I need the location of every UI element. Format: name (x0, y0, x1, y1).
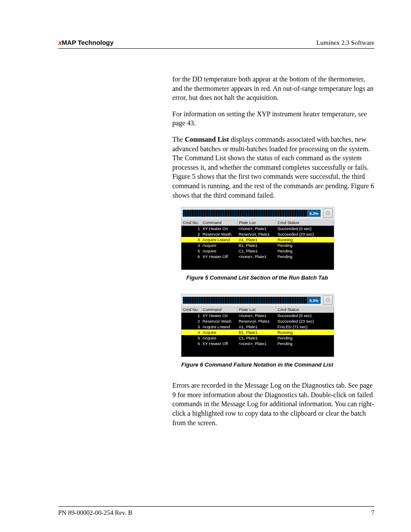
cell-loc: B1, Plate1 (237, 330, 276, 335)
cell-loc: <none>, Plate1 (237, 226, 276, 231)
cell-cmdno: 6 (181, 341, 201, 346)
page-footer: PN 89-00002-00-254 Rev. B 7 (58, 506, 374, 516)
header-left: xMAP Technology (58, 39, 114, 46)
cell-command: Acquire (201, 335, 237, 341)
svg-marker-1 (326, 298, 330, 302)
progress-row: 5.3% (181, 294, 334, 306)
cell-status: Pending (276, 335, 334, 341)
progress-bar: 5.3% (183, 297, 321, 304)
stop-button[interactable] (323, 296, 333, 305)
cell-loc: C1, Plate1 (237, 335, 276, 341)
para-3b: displays commands associated with batche… (172, 136, 374, 199)
page-header: xMAP Technology Luminex 2.3 Software (58, 39, 374, 49)
figure-6-image: 5.3% Cmd No. Command Plate Loc (181, 294, 334, 357)
progress-bar: 5.3% (183, 210, 321, 217)
progress-pct: 5.3% (307, 297, 321, 304)
cell-cmdno: 4 (181, 243, 201, 248)
cell-status: Succeeded (23 sec) (276, 231, 334, 237)
cell-status: Pending (276, 254, 334, 259)
progress-pct: 5.3% (307, 210, 321, 217)
figure-6-caption: Figure 6 Command Failure Notation in the… (181, 361, 333, 368)
cell-cmdno: 3 (181, 237, 201, 243)
stop-button[interactable] (323, 208, 333, 218)
brand-rest: MAP Technology (62, 39, 113, 46)
table-row[interactable]: 2Reservoir WashReservoir, Plate1Succeede… (181, 231, 334, 237)
cell-loc: C1, Plate1 (237, 248, 276, 254)
col-loc: Plate Loc (237, 219, 276, 226)
para-3-bold: Command List (185, 136, 229, 143)
table-header-row: Cmd No. Command Plate Loc Cmd Status (181, 306, 334, 313)
cell-status: Pending (276, 243, 334, 248)
table-row[interactable]: 1XY Heater On<none>, Plate1Succeeded (0 … (181, 226, 334, 231)
cell-command: Acquire (201, 243, 237, 248)
cell-loc: A1, Plate1 (237, 324, 276, 330)
table-row[interactable]: 6XY Heater Off<none>, Plate1Pending (181, 254, 334, 259)
para-3a: The (172, 136, 185, 143)
cell-status: FAILED (71 sec) (276, 324, 334, 330)
cell-loc: Reservoir, Plate1 (237, 318, 276, 324)
cell-status: Running (276, 237, 334, 243)
table-row[interactable]: 6XY Heater Off<none>, Plate1Pending (181, 341, 334, 346)
stop-icon (325, 210, 330, 216)
cell-command: Acquire Lstand (201, 324, 237, 330)
table-row[interactable]: 4AcquireB1, Plate1Running (181, 330, 334, 335)
cell-command: XY Heater Off (201, 254, 237, 259)
footer-left: PN 89-00002-00-254 Rev. B (58, 509, 132, 516)
cell-cmdno: 5 (181, 248, 201, 254)
cell-status: Pending (276, 248, 334, 254)
para-4: Errors are recorded in the Message Log o… (172, 381, 374, 427)
figure-5-image: 5.3% Cmd No. Command Plate Loc (181, 207, 334, 270)
cell-loc: <none>, Plate1 (237, 254, 276, 259)
table-row[interactable]: 3Acquire LstandA1, Plate1Running (181, 237, 334, 243)
command-list-table[interactable]: Cmd No. Command Plate Loc Cmd Status 1XY… (181, 219, 334, 270)
command-list-table[interactable]: Cmd No. Command Plate Loc Cmd Status 1XY… (181, 306, 334, 357)
cell-loc: <none>, Plate1 (237, 341, 276, 346)
cell-loc: B1, Plate1 (237, 243, 276, 248)
cell-status: Succeeded (0 sec) (276, 226, 334, 231)
table-row[interactable]: 4AcquireB1, Plate1Pending (181, 243, 334, 248)
cell-cmdno: 3 (181, 324, 201, 330)
cell-status: Succeeded (23 sec) (276, 318, 334, 324)
col-cmdno: Cmd No. (181, 306, 201, 313)
cell-command: XY Heater On (201, 226, 237, 231)
table-row[interactable]: 5AcquireC1, Plate1Pending (181, 335, 334, 341)
col-command: Command (201, 219, 237, 226)
progress-row: 5.3% (181, 207, 334, 219)
table-header-row: Cmd No. Command Plate Loc Cmd Status (181, 219, 334, 226)
para-2: For information on setting the XYP instr… (172, 109, 374, 128)
para-1: for the DD temperature both appear at th… (172, 75, 374, 103)
stop-icon (325, 297, 330, 303)
table-row[interactable]: 1XY Heater On<none>, Plate1Succeeded (0 … (181, 313, 334, 318)
figure-5-caption: Figure 5 Command List Section of the Run… (181, 274, 333, 281)
svg-marker-0 (326, 211, 330, 215)
cell-cmdno: 6 (181, 254, 201, 259)
table-row[interactable]: 2Reservoir WashReservoir, Plate1Succeede… (181, 318, 334, 324)
cell-cmdno: 4 (181, 330, 201, 335)
figure-6: 5.3% Cmd No. Command Plate Loc (181, 294, 333, 368)
cell-status: Pending (276, 341, 334, 346)
table-row[interactable]: 5AcquireC1, Plate1Pending (181, 248, 334, 254)
col-loc: Plate Loc (237, 306, 276, 313)
col-status: Cmd Status (276, 219, 334, 226)
cell-cmdno: 1 (181, 313, 201, 318)
cell-cmdno: 1 (181, 226, 201, 231)
col-cmdno: Cmd No. (181, 219, 201, 226)
cell-command: Acquire (201, 248, 237, 254)
cell-command: Acquire Lstand (201, 237, 237, 243)
para-3: The Command List displays commands assoc… (172, 135, 374, 200)
cell-loc: <none>, Plate1 (237, 313, 276, 318)
cell-status: Succeeded (0 sec) (276, 313, 334, 318)
cell-loc: A1, Plate1 (237, 237, 276, 243)
cell-command: Reservoir Wash (201, 318, 237, 324)
table-row-blank (181, 346, 334, 357)
table-row-blank (181, 259, 334, 270)
header-right: Luminex 2.3 Software (316, 39, 374, 47)
col-status: Cmd Status (276, 306, 334, 313)
cell-cmdno: 5 (181, 335, 201, 341)
footer-page-number: 7 (371, 509, 375, 516)
cell-command: XY Heater Off (201, 341, 237, 346)
cell-cmdno: 2 (181, 318, 201, 324)
figure-5: 5.3% Cmd No. Command Plate Loc (181, 207, 333, 281)
table-row[interactable]: 3Acquire LstandA1, Plate1FAILED (71 sec) (181, 324, 334, 330)
cell-command: Acquire (201, 330, 237, 335)
